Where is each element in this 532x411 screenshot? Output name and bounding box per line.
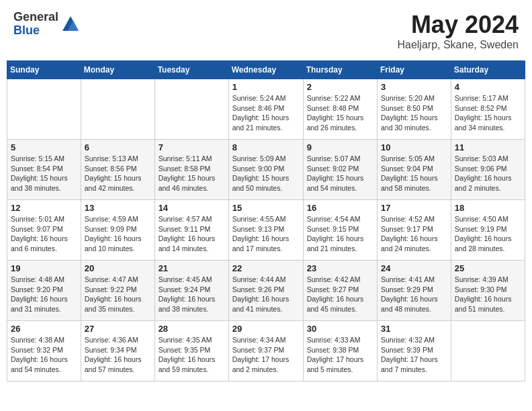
day-info: Sunrise: 5:17 AM Sunset: 8:52 PM Dayligh… <box>455 93 521 133</box>
calendar-cell: 30Sunrise: 4:33 AM Sunset: 9:38 PM Dayli… <box>303 321 377 381</box>
day-info: Sunrise: 4:48 AM Sunset: 9:20 PM Dayligh… <box>11 275 77 314</box>
calendar-cell: 19Sunrise: 4:48 AM Sunset: 9:20 PM Dayli… <box>7 261 81 321</box>
calendar-cell: 9Sunrise: 5:07 AM Sunset: 9:02 PM Daylig… <box>303 140 377 200</box>
day-number: 26 <box>11 324 77 334</box>
calendar-cell: 13Sunrise: 4:59 AM Sunset: 9:09 PM Dayli… <box>81 200 154 261</box>
day-number: 30 <box>307 324 373 334</box>
logo-icon <box>61 15 80 34</box>
day-number: 4 <box>455 82 521 92</box>
day-info: Sunrise: 4:57 AM Sunset: 9:11 PM Dayligh… <box>159 214 225 254</box>
day-number: 14 <box>159 203 225 213</box>
day-info: Sunrise: 4:42 AM Sunset: 9:27 PM Dayligh… <box>307 275 373 314</box>
calendar-cell: 24Sunrise: 4:41 AM Sunset: 9:29 PM Dayli… <box>378 261 451 321</box>
calendar-cell: 25Sunrise: 4:39 AM Sunset: 9:30 PM Dayli… <box>451 261 525 321</box>
day-info: Sunrise: 4:52 AM Sunset: 9:17 PM Dayligh… <box>381 214 447 254</box>
calendar-cell: 20Sunrise: 4:47 AM Sunset: 9:22 PM Dayli… <box>81 261 154 321</box>
calendar-cell: 31Sunrise: 4:32 AM Sunset: 9:39 PM Dayli… <box>378 321 451 381</box>
logo-blue: Blue <box>13 24 58 38</box>
subtitle: Haeljarp, Skane, Sweden <box>397 39 519 51</box>
calendar-cell: 6Sunrise: 5:13 AM Sunset: 8:56 PM Daylig… <box>81 140 154 200</box>
day-info: Sunrise: 5:13 AM Sunset: 8:56 PM Dayligh… <box>85 154 151 193</box>
day-number: 9 <box>307 142 373 152</box>
day-number: 12 <box>11 203 77 213</box>
calendar-cell: 23Sunrise: 4:42 AM Sunset: 9:27 PM Dayli… <box>303 261 377 321</box>
week-row-2: 5Sunrise: 5:15 AM Sunset: 8:54 PM Daylig… <box>7 140 525 200</box>
day-number: 24 <box>381 263 447 273</box>
day-number: 5 <box>11 142 77 152</box>
calendar-cell: 26Sunrise: 4:38 AM Sunset: 9:32 PM Dayli… <box>7 321 81 381</box>
day-info: Sunrise: 4:34 AM Sunset: 9:37 PM Dayligh… <box>232 335 300 375</box>
day-number: 13 <box>85 203 151 213</box>
day-info: Sunrise: 5:07 AM Sunset: 9:02 PM Dayligh… <box>307 154 373 193</box>
day-info: Sunrise: 5:09 AM Sunset: 9:00 PM Dayligh… <box>232 154 300 193</box>
day-info: Sunrise: 5:22 AM Sunset: 8:48 PM Dayligh… <box>307 93 373 133</box>
calendar-cell: 11Sunrise: 5:03 AM Sunset: 9:06 PM Dayli… <box>451 140 525 200</box>
day-number: 16 <box>307 203 373 213</box>
calendar-header: Sunday Monday Tuesday Wednesday Thursday… <box>7 61 525 79</box>
calendar-cell: 15Sunrise: 4:55 AM Sunset: 9:13 PM Dayli… <box>228 200 303 261</box>
logo-text: General Blue <box>13 11 58 38</box>
day-number: 19 <box>11 263 77 273</box>
day-number: 25 <box>455 263 521 273</box>
day-number: 1 <box>232 82 300 92</box>
day-number: 7 <box>159 142 225 152</box>
week-row-5: 26Sunrise: 4:38 AM Sunset: 9:32 PM Dayli… <box>7 321 525 381</box>
day-info: Sunrise: 5:05 AM Sunset: 9:04 PM Dayligh… <box>381 154 447 193</box>
calendar-table: Sunday Monday Tuesday Wednesday Thursday… <box>7 60 525 381</box>
day-number: 27 <box>85 324 151 334</box>
calendar-cell: 5Sunrise: 5:15 AM Sunset: 8:54 PM Daylig… <box>7 140 81 200</box>
day-number: 6 <box>85 142 151 152</box>
day-number: 31 <box>381 324 447 334</box>
day-number: 18 <box>455 203 521 213</box>
calendar-cell: 28Sunrise: 4:35 AM Sunset: 9:35 PM Dayli… <box>154 321 228 381</box>
week-row-4: 19Sunrise: 4:48 AM Sunset: 9:20 PM Dayli… <box>7 261 525 321</box>
calendar-cell: 8Sunrise: 5:09 AM Sunset: 9:00 PM Daylig… <box>228 140 303 200</box>
day-info: Sunrise: 5:20 AM Sunset: 8:50 PM Dayligh… <box>381 93 447 133</box>
calendar-cell: 17Sunrise: 4:52 AM Sunset: 9:17 PM Dayli… <box>378 200 451 261</box>
logo-general: General <box>13 11 58 24</box>
calendar-cell: 3Sunrise: 5:20 AM Sunset: 8:50 PM Daylig… <box>378 79 451 140</box>
day-info: Sunrise: 4:44 AM Sunset: 9:26 PM Dayligh… <box>232 275 300 314</box>
day-number: 22 <box>232 263 300 273</box>
day-info: Sunrise: 4:33 AM Sunset: 9:38 PM Dayligh… <box>307 335 373 375</box>
header-row: Sunday Monday Tuesday Wednesday Thursday… <box>7 61 525 79</box>
calendar-cell <box>7 79 81 140</box>
day-info: Sunrise: 4:38 AM Sunset: 9:32 PM Dayligh… <box>11 335 77 375</box>
calendar-cell: 14Sunrise: 4:57 AM Sunset: 9:11 PM Dayli… <box>154 200 228 261</box>
calendar-cell: 2Sunrise: 5:22 AM Sunset: 8:48 PM Daylig… <box>303 79 377 140</box>
day-info: Sunrise: 4:39 AM Sunset: 9:30 PM Dayligh… <box>455 275 521 314</box>
main-title: May 2024 <box>397 11 519 39</box>
week-row-1: 1Sunrise: 5:24 AM Sunset: 8:46 PM Daylig… <box>7 79 525 140</box>
calendar-cell <box>81 79 154 140</box>
header-sunday: Sunday <box>7 61 81 79</box>
day-info: Sunrise: 4:35 AM Sunset: 9:35 PM Dayligh… <box>159 335 225 375</box>
day-info: Sunrise: 5:24 AM Sunset: 8:46 PM Dayligh… <box>232 93 300 133</box>
day-number: 21 <box>159 263 225 273</box>
calendar-cell: 4Sunrise: 5:17 AM Sunset: 8:52 PM Daylig… <box>451 79 525 140</box>
day-info: Sunrise: 4:50 AM Sunset: 9:19 PM Dayligh… <box>455 214 521 254</box>
day-number: 8 <box>232 142 300 152</box>
day-number: 10 <box>381 142 447 152</box>
calendar-cell <box>451 321 525 381</box>
day-info: Sunrise: 5:01 AM Sunset: 9:07 PM Dayligh… <box>11 214 77 254</box>
calendar-cell: 21Sunrise: 4:45 AM Sunset: 9:24 PM Dayli… <box>154 261 228 321</box>
day-info: Sunrise: 5:03 AM Sunset: 9:06 PM Dayligh… <box>455 154 521 193</box>
header-thursday: Thursday <box>303 61 377 79</box>
header-wednesday: Wednesday <box>228 61 303 79</box>
week-row-3: 12Sunrise: 5:01 AM Sunset: 9:07 PM Dayli… <box>7 200 525 261</box>
calendar-body: 1Sunrise: 5:24 AM Sunset: 8:46 PM Daylig… <box>7 79 525 381</box>
calendar-cell: 10Sunrise: 5:05 AM Sunset: 9:04 PM Dayli… <box>378 140 451 200</box>
day-number: 17 <box>381 203 447 213</box>
day-number: 3 <box>381 82 447 92</box>
day-info: Sunrise: 4:59 AM Sunset: 9:09 PM Dayligh… <box>85 214 151 254</box>
day-info: Sunrise: 5:11 AM Sunset: 8:58 PM Dayligh… <box>159 154 225 193</box>
day-info: Sunrise: 4:54 AM Sunset: 9:15 PM Dayligh… <box>307 214 373 254</box>
calendar-cell: 12Sunrise: 5:01 AM Sunset: 9:07 PM Dayli… <box>7 200 81 261</box>
header-tuesday: Tuesday <box>154 61 228 79</box>
calendar-cell <box>154 79 228 140</box>
calendar-cell: 27Sunrise: 4:36 AM Sunset: 9:34 PM Dayli… <box>81 321 154 381</box>
day-number: 29 <box>232 324 300 334</box>
day-number: 11 <box>455 142 521 152</box>
calendar-cell: 29Sunrise: 4:34 AM Sunset: 9:37 PM Dayli… <box>228 321 303 381</box>
title-block: May 2024 Haeljarp, Skane, Sweden <box>397 11 519 51</box>
